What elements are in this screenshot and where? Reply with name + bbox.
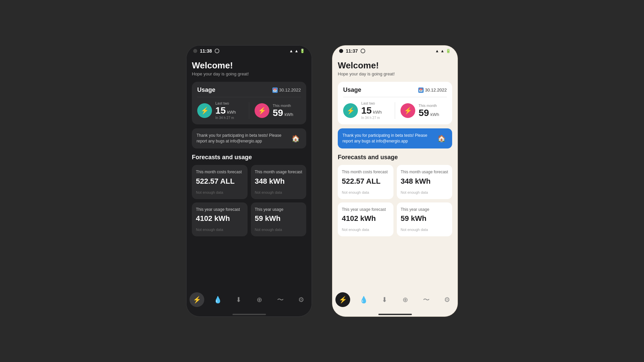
bolt-teal-dark: ⚡ xyxy=(197,103,212,118)
nav-chart-light[interactable]: 〜 xyxy=(419,292,434,307)
nav-settings-light[interactable]: ⚙ xyxy=(440,292,454,307)
this-month-unit-light: kWh xyxy=(430,112,439,117)
forecast-footer-light-3: Not enough data xyxy=(401,228,448,232)
forecast-value-dark-0: 522.57 ALL xyxy=(196,177,244,186)
last-two-number-light: 15 xyxy=(361,106,372,115)
this-month-label-light: This month xyxy=(419,104,439,108)
nav-add-dark[interactable]: ⊕ xyxy=(252,292,267,307)
forecasts-title-light: Forecasts and usage xyxy=(338,154,452,161)
forecast-grid-light: This month costs forecast 522.57 ALL Not… xyxy=(338,165,452,236)
stat-info-last-two-light: Last two 15 kWh In 34 h 27 m xyxy=(361,101,382,120)
stat-divider-light xyxy=(395,102,395,119)
camera-dot-light xyxy=(339,49,343,53)
signal-icon-light: ▲ xyxy=(440,49,444,53)
bolt-pink-light: ⚡ xyxy=(400,103,415,118)
forecast-footer-light-1: Not enough data xyxy=(401,190,448,194)
nav-chart-dark[interactable]: 〜 xyxy=(273,292,288,307)
usage-card-light: Usage 📅 30.12.2022 ⚡ Last two 15 kWh xyxy=(338,82,452,124)
forecast-value-light-3: 59 kWh xyxy=(401,214,448,223)
status-left-light: 11:37 xyxy=(339,48,365,54)
beta-banner-light: Thank you for participating in beta test… xyxy=(338,128,452,148)
last-two-unit-light: kWh xyxy=(373,110,382,115)
time-dark: 11:38 xyxy=(200,48,212,54)
stat-info-this-month-light: This month 59 kWh xyxy=(419,104,439,118)
forecast-value-dark-2: 4102 kWh xyxy=(196,214,244,223)
last-two-value-row-dark: 15 kWh xyxy=(215,106,236,115)
this-month-number-light: 59 xyxy=(419,108,429,118)
forecast-label-light-2: This year usage forecast xyxy=(342,207,389,213)
usage-stats-light: ⚡ Last two 15 kWh In 34 h 27 m ⚡ xyxy=(343,101,447,120)
last-two-value-row-light: 15 kWh xyxy=(361,106,382,115)
stat-this-month-light: ⚡ This month 59 kWh xyxy=(400,103,447,118)
light-phone-content: Welcome! Hope your day is going great! U… xyxy=(332,55,458,289)
forecast-label-dark-0: This month costs forecast xyxy=(196,170,244,175)
forecast-card-dark-2: This year usage forecast 4102 kWh Not en… xyxy=(192,202,248,237)
forecasts-title-dark: Forecasts and usage xyxy=(192,154,306,161)
forecast-grid-dark: This month costs forecast 522.57 ALL Not… xyxy=(192,165,306,236)
forecast-value-dark-1: 348 kWh xyxy=(255,177,303,186)
forecast-value-light-1: 348 kWh xyxy=(401,177,448,186)
forecast-label-dark-3: This year usage xyxy=(255,207,303,213)
home-indicator-light xyxy=(378,314,412,315)
welcome-subtitle-light: Hope your day is going great! xyxy=(338,71,452,76)
stat-info-last-two-dark: Last two 15 kWh In 34 h 27 m xyxy=(215,101,236,120)
last-two-unit-dark: kWh xyxy=(227,110,236,115)
stat-last-two-dark: ⚡ Last two 15 kWh In 34 h 27 m xyxy=(197,101,244,120)
this-month-label-dark: This month xyxy=(273,104,293,108)
forecast-footer-dark-1: Not enough data xyxy=(255,190,303,194)
status-left-dark: 11:38 xyxy=(193,48,219,54)
forecast-footer-light-0: Not enough data xyxy=(342,190,389,194)
nav-add-light[interactable]: ⊕ xyxy=(398,292,413,307)
dark-phone: 11:38 ▲ ▲ 🔋 Welcome! Hope your day is go… xyxy=(186,45,312,317)
nav-bolt-dark[interactable]: ⚡ xyxy=(190,292,204,307)
last-two-label-light: Last two xyxy=(361,101,382,105)
this-month-value-row-dark: 59 kWh xyxy=(273,108,293,118)
nav-water-light[interactable]: 💧 xyxy=(356,292,371,307)
date-value-light: 30.12.2022 xyxy=(425,87,447,93)
bolt-teal-light: ⚡ xyxy=(343,103,358,118)
this-month-unit-dark: kWh xyxy=(284,112,293,117)
forecast-footer-dark-0: Not enough data xyxy=(196,190,244,194)
wifi-icon-light: ▲ xyxy=(435,49,439,53)
light-phone: 11:37 ▲ ▲ 🔋 Welcome! Hope your day is go… xyxy=(332,45,458,317)
dark-phone-content: Welcome! Hope your day is going great! U… xyxy=(186,55,312,289)
this-month-value-row-light: 59 kWh xyxy=(419,108,439,118)
settings-icon-dark xyxy=(215,49,219,53)
home-icon-dark: 🏠 xyxy=(289,132,302,144)
usage-divider-dark xyxy=(197,97,301,97)
date-value-dark: 30.12.2022 xyxy=(279,87,301,93)
stat-last-two-light: ⚡ Last two 15 kWh In 34 h 27 m xyxy=(343,101,389,120)
stat-this-month-dark: ⚡ This month 59 kWh xyxy=(255,103,301,118)
forecast-label-light-1: This month usage forecast xyxy=(401,170,448,175)
forecast-card-light-0: This month costs forecast 522.57 ALL Not… xyxy=(338,165,393,199)
usage-stats-dark: ⚡ Last two 15 kWh In 34 h 27 m ⚡ xyxy=(197,101,301,120)
settings-icon-light xyxy=(361,49,365,53)
status-right-light: ▲ ▲ 🔋 xyxy=(435,49,451,53)
time-light: 11:37 xyxy=(346,48,358,54)
nav-download-dark[interactable]: ⬇ xyxy=(231,292,246,307)
usage-title-light: Usage xyxy=(343,86,361,94)
nav-bolt-light[interactable]: ⚡ xyxy=(335,292,350,307)
usage-header-light: Usage 📅 30.12.2022 xyxy=(343,86,447,94)
bolt-pink-dark: ⚡ xyxy=(255,103,269,118)
bottom-nav-light: ⚡ 💧 ⬇ ⊕ 〜 ⚙ xyxy=(332,289,458,314)
forecast-card-light-2: This year usage forecast 4102 kWh Not en… xyxy=(338,202,393,237)
nav-settings-dark[interactable]: ⚙ xyxy=(294,292,309,307)
status-bar-dark: 11:38 ▲ ▲ 🔋 xyxy=(186,46,312,55)
forecast-value-light-0: 522.57 ALL xyxy=(342,177,389,186)
wifi-icon-dark: ▲ xyxy=(289,49,293,53)
last-two-number-dark: 15 xyxy=(215,106,226,115)
usage-header-dark: Usage 📅 30.12.2022 xyxy=(197,86,301,94)
welcome-subtitle-dark: Hope your day is going great! xyxy=(192,71,306,76)
last-two-sub-light: In 34 h 27 m xyxy=(361,116,382,120)
forecast-card-light-1: This month usage forecast 348 kWh Not en… xyxy=(397,165,452,199)
forecast-card-dark-0: This month costs forecast 522.57 ALL Not… xyxy=(192,165,248,199)
usage-title-dark: Usage xyxy=(197,86,215,94)
nav-water-dark[interactable]: 💧 xyxy=(210,292,225,307)
welcome-title-light: Welcome! xyxy=(338,60,452,71)
forecast-value-dark-3: 59 kWh xyxy=(255,214,303,223)
stat-divider-dark xyxy=(249,102,249,119)
nav-download-light[interactable]: ⬇ xyxy=(377,292,392,307)
home-indicator-dark xyxy=(232,314,266,315)
battery-icon-light: 🔋 xyxy=(446,49,451,53)
